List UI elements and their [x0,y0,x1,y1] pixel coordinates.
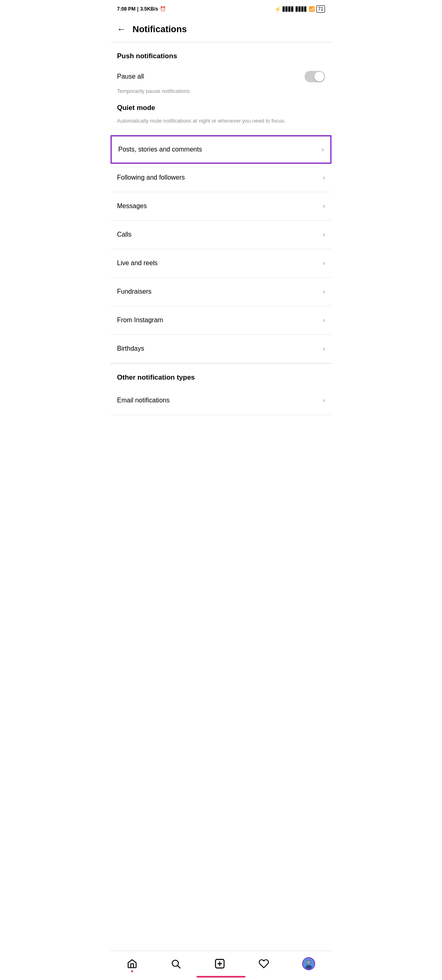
messages-label: Messages [117,202,147,210]
status-data: 3.5KB/s [140,6,158,12]
from-instagram-label: From Instagram [117,316,163,324]
quiet-mode-description: Automatically mute notifications at nigh… [110,115,332,135]
status-right: ⚡ ▋▋▋▋ ▋▋▋▋ 📶 71 [274,5,325,13]
status-bar: 7:08 PM | 3.5KB/s ⏰ ⚡ ▋▋▋▋ ▋▋▋▋ 📶 71 [110,0,332,16]
birthdays-item[interactable]: Birthdays › [110,335,332,363]
pause-all-label: Pause all [117,73,144,80]
alarm-icon: ⏰ [160,6,166,12]
chevron-right-icon: › [323,316,325,324]
fundraisers-label: Fundraisers [117,288,151,295]
chevron-right-icon: › [323,231,325,238]
live-reels-label: Live and reels [117,259,158,267]
chevron-right-icon: › [323,345,325,352]
page-title: Notifications [133,24,187,35]
quiet-mode-label: Quiet mode [110,101,332,115]
birthdays-label: Birthdays [117,345,144,352]
other-notifications-label: Other notification types [110,364,332,387]
status-separator: | [137,6,138,12]
status-time: 7:08 PM [117,6,135,12]
chevron-right-icon: › [323,174,325,181]
fundraisers-item[interactable]: Fundraisers › [110,278,332,306]
email-notifications-item[interactable]: Email notifications › [110,387,332,415]
other-notifications-section: Other notification types Email notificat… [110,364,332,415]
chevron-right-icon: › [323,288,325,295]
push-notifications-label: Push notifications [110,42,332,65]
pause-all-row: Pause all [110,65,332,88]
bluetooth-icon: ⚡ [274,6,281,12]
following-followers-label: Following and followers [117,174,185,181]
email-notifications-label: Email notifications [117,397,170,404]
calls-label: Calls [117,231,132,238]
chevron-right-icon: › [322,146,324,153]
toggle-knob [314,72,324,81]
back-button[interactable]: ← [117,24,126,35]
following-followers-item[interactable]: Following and followers › [110,164,332,192]
content-area: Push notifications Pause all Temporarily… [110,42,332,448]
chevron-right-icon: › [323,259,325,267]
pause-all-subtitle: Temporarily pause notifications [110,88,332,101]
chevron-right-icon: › [323,397,325,404]
messages-item[interactable]: Messages › [110,192,332,221]
status-left: 7:08 PM | 3.5KB/s ⏰ [117,6,166,12]
live-reels-item[interactable]: Live and reels › [110,249,332,278]
posts-stories-comments-label: Posts, stories and comments [118,146,202,153]
header: ← Notifications [110,16,332,42]
chevron-right-icon: › [323,202,325,210]
from-instagram-item[interactable]: From Instagram › [110,306,332,335]
calls-item[interactable]: Calls › [110,221,332,249]
battery-icon: 71 [316,5,325,13]
signal-icon: ▋▋▋▋ [283,7,294,12]
pause-all-toggle[interactable] [305,71,325,82]
posts-stories-comments-item[interactable]: Posts, stories and comments › [110,135,332,164]
signal2-icon: ▋▋▋▋ [296,7,307,12]
push-notifications-section: Push notifications Pause all Temporarily… [110,42,332,135]
nav-items-list: Posts, stories and comments › Following … [110,135,332,363]
wifi-icon: 📶 [309,6,315,12]
